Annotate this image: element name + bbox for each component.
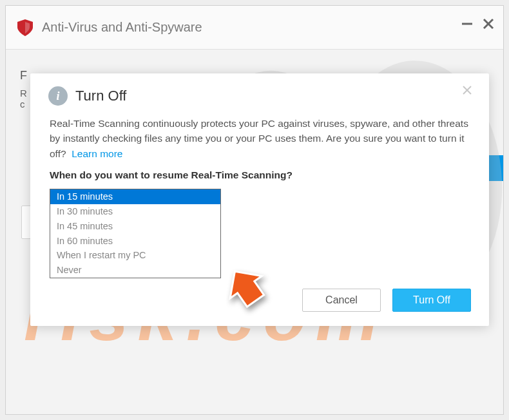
dropdown-option-45min[interactable]: In 45 minutes [50,219,220,234]
modal-title: Turn Off [75,88,126,104]
dropdown-option-30min[interactable]: In 30 minutes [50,204,220,219]
learn-more-link[interactable]: Learn more [72,148,122,159]
dropdown-option-15min[interactable]: In 15 minutes [50,189,220,204]
dropdown-option-restart[interactable]: When I restart my PC [50,248,220,263]
modal-close-button[interactable] [459,82,475,98]
resume-dropdown[interactable]: In 15 minutes In 30 minutes In 45 minute… [50,189,221,278]
dropdown-option-60min[interactable]: In 60 minutes [50,234,220,249]
turn-off-button[interactable]: Turn Off [392,289,471,312]
resume-prompt: When do you want to resume Real-Time Sca… [50,167,471,182]
turn-off-modal: i Turn Off Real-Time Scanning continuous… [30,73,489,326]
modal-overlay: i Turn Off Real-Time Scanning continuous… [6,6,503,414]
info-icon: i [48,86,68,106]
cancel-button[interactable]: Cancel [302,289,381,312]
dropdown-option-never[interactable]: Never [50,263,220,278]
app-window: Anti-Virus and Anti-Spyware F R c risk.c… [5,5,504,415]
